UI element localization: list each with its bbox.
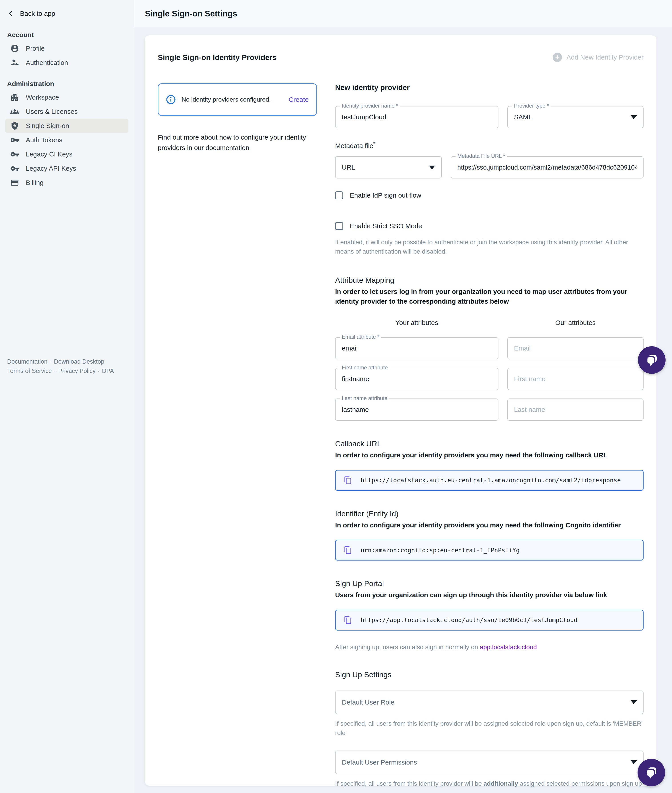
email-attribute-row: Email attribute * xyxy=(335,337,643,359)
key-icon xyxy=(10,164,19,173)
sidebar-item-label: Profile xyxy=(26,45,45,52)
identity-provider-name-label: Identity provider name * xyxy=(340,103,400,109)
account-circle-icon xyxy=(10,44,19,53)
building-icon xyxy=(10,93,19,102)
back-to-app-label: Back to app xyxy=(20,10,55,17)
sidebar-item-workspace[interactable]: Workspace xyxy=(5,90,128,104)
key-icon xyxy=(10,150,19,159)
idp-signout-checkbox[interactable] xyxy=(335,191,343,199)
sidebar-section-account: Account xyxy=(7,31,126,38)
sidebar-item-profile[interactable]: Profile xyxy=(5,41,128,56)
chevron-down-icon xyxy=(631,760,637,764)
email-attribute-label: Email attribute * xyxy=(340,334,381,340)
sidebar-item-single-sign-on[interactable]: Single Sign-on xyxy=(5,119,128,133)
alert-text: No identity providers configured. xyxy=(182,96,271,103)
documentation-link[interactable]: Documentation xyxy=(7,358,48,365)
providers-list-column: No identity providers configured. Create… xyxy=(158,83,317,153)
identity-provider-name-input[interactable] xyxy=(342,113,492,121)
callback-url-description: In order to configure your identity prov… xyxy=(335,450,643,460)
sidebar-item-label: Auth Tokens xyxy=(26,136,62,144)
metadata-source-select[interactable]: URL xyxy=(335,156,442,178)
sidebar-section-administration: Administration xyxy=(7,80,126,88)
sidebar-item-legacy-api-keys[interactable]: Legacy API Keys xyxy=(5,161,128,176)
privacy-policy-link[interactable]: Privacy Policy xyxy=(58,368,96,374)
back-to-app-button[interactable]: Back to app xyxy=(7,10,134,17)
download-desktop-link[interactable]: Download Desktop xyxy=(54,358,104,365)
sidebar-item-users-licenses[interactable]: Users & Licenses xyxy=(5,104,128,119)
sidebar-item-legacy-ci-keys[interactable]: Legacy CI Keys xyxy=(5,147,128,161)
email-target-field xyxy=(507,337,643,359)
identifier-heading: Identifier (Entity Id) xyxy=(335,509,643,518)
copy-icon[interactable] xyxy=(344,616,352,624)
create-link[interactable]: Create xyxy=(289,96,309,103)
firstname-attribute-label: First name attribute xyxy=(340,365,390,371)
signup-portal-description: Users from your organization can sign up… xyxy=(335,590,643,600)
docs-hint-text: Find out more about how to configure you… xyxy=(158,132,317,153)
identifier-copybox: urn:amazon:cognito:sp:eu-central-1_IPnPs… xyxy=(335,540,643,561)
content-area: Single Sign-on Identity Providers + Add … xyxy=(134,28,672,793)
chat-icon xyxy=(645,353,659,367)
key-icon xyxy=(10,136,19,144)
add-new-identity-provider-button[interactable]: + Add New Identity Provider xyxy=(553,53,643,62)
chevron-left-icon xyxy=(7,10,14,17)
sidebar-item-label: Legacy CI Keys xyxy=(26,151,72,158)
copy-icon[interactable] xyxy=(344,546,352,554)
chevron-down-icon xyxy=(429,166,435,169)
shield-star-icon xyxy=(10,121,19,130)
user-key-icon xyxy=(10,58,19,67)
default-user-permissions-value: Default User Permissions xyxy=(342,759,417,766)
callback-url-value: https://localstack.auth.eu-central-1.ama… xyxy=(361,477,621,484)
sidebar-item-auth-tokens[interactable]: Auth Tokens xyxy=(5,133,128,147)
signup-portal-value: https://app.localstack.cloud/auth/sso/1e… xyxy=(361,617,578,623)
email-attribute-input[interactable] xyxy=(342,344,492,352)
signup-settings-heading: Sign Up Settings xyxy=(335,670,643,679)
lastname-target-field xyxy=(507,399,643,421)
page-header: Single Sign-on Settings xyxy=(134,0,672,28)
signin-note: After signing up, users can also sign in… xyxy=(335,643,643,651)
provider-type-label: Provider type * xyxy=(512,103,551,109)
main-area: Single Sign-on Settings Single Sign-on I… xyxy=(134,0,672,793)
idp-signout-checkbox-row: Enable IdP sign out flow xyxy=(335,191,643,199)
attribute-mapping-description: In order to let users log in from your o… xyxy=(335,287,643,306)
users-icon xyxy=(10,107,19,116)
card-title: Single Sign-on Identity Providers xyxy=(158,53,277,62)
identity-provider-name-field[interactable]: Identity provider name * xyxy=(335,106,498,128)
metadata-file-url-field[interactable]: Metadata File URL * xyxy=(451,156,643,178)
firstname-attribute-field[interactable]: First name attribute xyxy=(335,368,498,390)
chat-widget-button[interactable] xyxy=(638,759,665,787)
strict-sso-checkbox[interactable] xyxy=(335,222,343,230)
no-providers-alert: No identity providers configured. Create xyxy=(158,83,317,116)
firstname-attribute-input[interactable] xyxy=(342,375,492,383)
metadata-file-url-label: Metadata File URL * xyxy=(456,153,507,159)
provider-type-value: SAML xyxy=(514,113,532,121)
attribute-mapping-heading: Attribute Mapping xyxy=(335,276,643,285)
info-icon xyxy=(166,95,176,104)
form-title: New identity provider xyxy=(335,83,643,92)
metadata-file-url-input[interactable] xyxy=(457,164,637,171)
lastname-attribute-field[interactable]: Last name attribute xyxy=(335,399,498,421)
copy-icon[interactable] xyxy=(344,476,352,484)
sidebar-item-label: Users & Licenses xyxy=(26,108,78,115)
sidebar-item-label: Workspace xyxy=(26,94,59,101)
our-attributes-header: Our attributes xyxy=(507,319,643,327)
sidebar-item-label: Billing xyxy=(26,179,43,186)
permissions-helper-text: If specified, all users from this identi… xyxy=(335,779,643,788)
sidebar-item-billing[interactable]: Billing xyxy=(5,176,128,190)
terms-of-service-link[interactable]: Terms of Service xyxy=(7,368,52,374)
email-attribute-field[interactable]: Email attribute * xyxy=(335,337,498,359)
chat-widget-button[interactable] xyxy=(638,346,666,374)
default-user-permissions-select[interactable]: Default User Permissions xyxy=(335,751,643,774)
dpa-link[interactable]: DPA xyxy=(102,368,114,374)
lastname-target-input xyxy=(514,406,637,413)
app-localstack-cloud-link[interactable]: app.localstack.cloud xyxy=(480,643,537,650)
role-helper-text: If specified, all users from this identi… xyxy=(335,719,643,738)
sidebar-item-authentication[interactable]: Authentication xyxy=(5,56,128,70)
sidebar-footer: Documentation·Download Desktop Terms of … xyxy=(7,357,114,376)
identifier-description: In order to configure your identity prov… xyxy=(335,520,643,530)
default-user-role-select[interactable]: Default User Role xyxy=(335,690,643,714)
default-user-role-value: Default User Role xyxy=(342,698,394,706)
firstname-attribute-row: First name attribute xyxy=(335,368,643,390)
lastname-attribute-input[interactable] xyxy=(342,406,492,413)
signup-portal-copybox: https://app.localstack.cloud/auth/sso/1e… xyxy=(335,610,643,631)
provider-type-select[interactable]: Provider type * SAML xyxy=(507,106,643,128)
